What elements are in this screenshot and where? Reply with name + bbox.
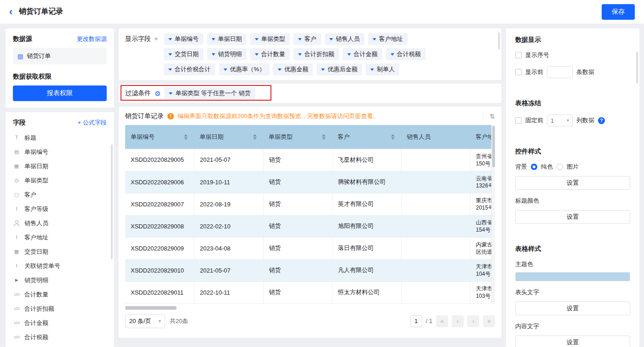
table-cell: 2019-10-11 bbox=[194, 171, 263, 193]
field-item[interactable]: I关联销货单号 bbox=[13, 259, 107, 273]
table-row: XSDD202208290072022-08-19销货英才有限公司重庆市渝 20… bbox=[125, 193, 495, 215]
change-datasource-link[interactable]: 更改数据源 bbox=[77, 35, 107, 43]
display-field-chip[interactable]: 制单人 bbox=[366, 63, 399, 75]
display-field-chip[interactable]: 合计金额 bbox=[343, 48, 382, 60]
column-header[interactable]: 客户 bbox=[332, 125, 401, 149]
display-field-chip[interactable]: 合计折扣额 bbox=[293, 48, 339, 60]
chevron-down-icon bbox=[347, 53, 351, 56]
chevron-down-icon bbox=[370, 68, 374, 71]
report-permission-button[interactable]: 报表权限 bbox=[13, 85, 107, 101]
prev-page-button[interactable]: ‹ bbox=[452, 315, 464, 327]
field-item[interactable]: 123合计数量 bbox=[13, 287, 107, 301]
display-field-chip[interactable]: 单据编号 bbox=[164, 33, 203, 45]
datasource-item[interactable]: ▤ 销货订单 bbox=[13, 48, 107, 64]
table-horizontal-scrollbar[interactable] bbox=[125, 306, 495, 310]
field-item[interactable]: ▤单据编号 bbox=[13, 145, 107, 159]
column-header[interactable]: 单据类型 bbox=[263, 125, 332, 149]
display-field-chip[interactable]: 合计数量 bbox=[250, 48, 290, 60]
fields-title: 字段 bbox=[13, 119, 26, 127]
field-item[interactable]: 销售人员 bbox=[13, 216, 107, 230]
header-text-setting-button[interactable]: 设置 bbox=[515, 301, 630, 315]
field-item[interactable]: ▦单据日期 bbox=[13, 159, 107, 173]
chip-label: 客户 bbox=[305, 35, 316, 43]
freeze-count-select[interactable]: 1 ▾ bbox=[547, 114, 573, 126]
back-icon[interactable]: ‹ bbox=[9, 7, 12, 17]
field-item[interactable]: ▦交货日期 bbox=[13, 245, 107, 259]
text-icon: I bbox=[13, 206, 20, 211]
display-field-chip[interactable]: 销货明细 bbox=[207, 48, 247, 60]
field-item[interactable]: ⊙单据类型 bbox=[13, 173, 107, 188]
table-vertical-scrollbar[interactable] bbox=[491, 125, 495, 304]
field-label: 销货明细 bbox=[24, 276, 48, 284]
show-first-checkbox[interactable] bbox=[515, 69, 522, 75]
chip-label: 合计折扣额 bbox=[305, 50, 334, 58]
chip-label: 优惠后金额 bbox=[328, 65, 357, 74]
field-item[interactable]: ▶销货明细 bbox=[13, 273, 107, 287]
display-field-chip[interactable]: 优惠率（%） bbox=[219, 63, 270, 75]
num-icon: 123 bbox=[13, 293, 20, 296]
freeze-checkbox[interactable] bbox=[515, 117, 522, 124]
sort-icon[interactable] bbox=[322, 134, 327, 140]
first-page-button[interactable]: « bbox=[436, 315, 448, 327]
table-cell bbox=[401, 259, 470, 281]
scrollbar-thumb[interactable] bbox=[125, 306, 177, 310]
sort-order-icon[interactable]: ⇅ bbox=[483, 113, 495, 120]
filter-condition-chip[interactable]: 单据类型 等于任意一个 销货 bbox=[164, 87, 255, 99]
show-first-count-input[interactable] bbox=[547, 66, 573, 78]
field-item[interactable]: 123合计折扣额 bbox=[13, 301, 107, 316]
save-button[interactable]: 保存 bbox=[602, 4, 635, 20]
add-field-icon[interactable]: + bbox=[154, 35, 158, 42]
sort-icon[interactable] bbox=[253, 134, 258, 140]
help-icon[interactable]: ? bbox=[598, 117, 605, 124]
display-field-chip[interactable]: 销售人员 bbox=[325, 33, 364, 45]
current-page-box[interactable]: 1 bbox=[410, 315, 422, 327]
sort-icon[interactable] bbox=[391, 134, 396, 140]
fields-scrollbar[interactable] bbox=[111, 144, 113, 259]
table-cell: XSDD20220829010 bbox=[125, 259, 194, 281]
field-item[interactable]: ▢客户 bbox=[13, 188, 107, 202]
chip-label: 销货明细 bbox=[218, 50, 242, 58]
table-header-row: 单据编号单据日期单据类型客户销售人员客户地址 bbox=[125, 125, 495, 149]
page-size-select[interactable]: 20 条/页 ▾ bbox=[125, 314, 165, 328]
field-item[interactable]: 123合计税额 bbox=[13, 330, 107, 344]
datasource-item-label: 销货订单 bbox=[27, 52, 51, 60]
sort-icon[interactable] bbox=[184, 134, 189, 140]
next-page-button[interactable]: › bbox=[467, 315, 479, 327]
display-field-chip[interactable]: 客户 bbox=[293, 33, 321, 45]
solid-color-radio[interactable] bbox=[531, 164, 537, 170]
settings-scrollbar[interactable] bbox=[636, 51, 638, 84]
main-area: 显示字段 + 单据编号单据日期单据类型客户销售人员客户地址交货日期销货明细合计数… bbox=[119, 28, 501, 347]
display-field-chip[interactable]: 单据类型 bbox=[250, 33, 290, 45]
display-field-chip[interactable]: 合计税额 bbox=[386, 48, 426, 60]
last-page-button[interactable]: » bbox=[483, 315, 495, 327]
field-item[interactable]: I客户等级 bbox=[13, 202, 107, 216]
chips-scrollbar[interactable] bbox=[498, 32, 500, 50]
field-item[interactable]: 123合计金额 bbox=[13, 316, 107, 330]
title-color-setting-button[interactable]: 设置 bbox=[515, 210, 630, 224]
title-color-label: 标题颜色 bbox=[515, 197, 630, 205]
display-field-chip[interactable]: 合计价税合计 bbox=[164, 63, 215, 75]
image-radio[interactable] bbox=[557, 164, 563, 170]
display-field-chip[interactable]: 客户地址 bbox=[368, 33, 408, 45]
add-formula-field-link[interactable]: + 公式字段 bbox=[78, 119, 107, 127]
field-item[interactable]: T标题 bbox=[13, 131, 107, 145]
column-header[interactable]: 单据日期 bbox=[194, 125, 263, 149]
field-item[interactable]: I客户地址 bbox=[13, 230, 107, 245]
field-label: 标题 bbox=[24, 134, 36, 142]
display-field-chip[interactable]: 优惠金额 bbox=[273, 63, 313, 75]
display-field-chip[interactable]: 单据日期 bbox=[207, 33, 247, 45]
theme-color-swatch[interactable] bbox=[515, 272, 630, 281]
num-icon: 123 bbox=[13, 307, 20, 311]
table-cell: XSDD20220829011 bbox=[125, 281, 194, 303]
chip-label: 单据类型 bbox=[261, 35, 285, 43]
display-field-chip[interactable]: 优惠后金额 bbox=[316, 63, 362, 75]
gear-icon[interactable]: ⚙ bbox=[155, 90, 161, 97]
column-label: 客户 bbox=[338, 133, 350, 141]
chevron-down-icon bbox=[212, 38, 215, 40]
show-index-checkbox[interactable] bbox=[515, 52, 522, 58]
content-text-setting-button[interactable]: 设置 bbox=[515, 336, 630, 347]
background-setting-button[interactable]: 设置 bbox=[515, 176, 630, 190]
display-field-chip[interactable]: 交货日期 bbox=[164, 48, 203, 60]
num-icon: 123 bbox=[13, 336, 20, 339]
column-header[interactable]: 单据编号 bbox=[125, 125, 194, 149]
